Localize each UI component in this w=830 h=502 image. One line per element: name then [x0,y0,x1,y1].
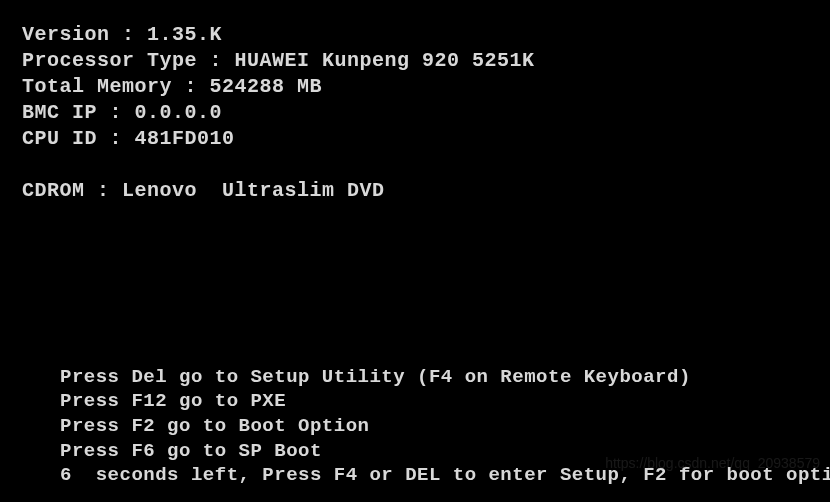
bmc-value: 0.0.0.0 [135,101,223,124]
prompt-pxe: Press F12 go to PXE [60,389,810,414]
memory-value: 524288 MB [210,75,323,98]
memory-label: Total Memory : [22,75,210,98]
cpuid-line: CPU ID : 481FD010 [22,126,810,152]
bmc-line: BMC IP : 0.0.0.0 [22,100,810,126]
version-value: 1.35.K [147,23,222,46]
processor-label: Processor Type : [22,49,235,72]
version-label: Version : [22,23,147,46]
cpuid-label: CPU ID : [22,127,135,150]
prompt-boot-option: Press F2 go to Boot Option [60,414,810,439]
cdrom-value: Lenovo Ultraslim DVD [122,179,385,202]
cpuid-value: 481FD010 [135,127,235,150]
keyboard-prompts: Press Del go to Setup Utility (F4 on Rem… [22,365,810,492]
memory-line: Total Memory : 524288 MB [22,74,810,100]
prompt-setup-utility: Press Del go to Setup Utility (F4 on Rem… [60,365,810,390]
cdrom-line: CDROM : Lenovo Ultraslim DVD [22,178,810,204]
bios-post-screen: Version : 1.35.K Processor Type : HUAWEI… [0,0,830,502]
cdrom-label: CDROM : [22,179,122,202]
processor-value: HUAWEI Kunpeng 920 5251K [235,49,535,72]
processor-line: Processor Type : HUAWEI Kunpeng 920 5251… [22,48,810,74]
version-line: Version : 1.35.K [22,22,810,48]
watermark-text: https://blog.csdn.net/qq_20938579 [605,454,820,472]
bmc-label: BMC IP : [22,101,135,124]
system-info-block: Version : 1.35.K Processor Type : HUAWEI… [22,22,810,204]
